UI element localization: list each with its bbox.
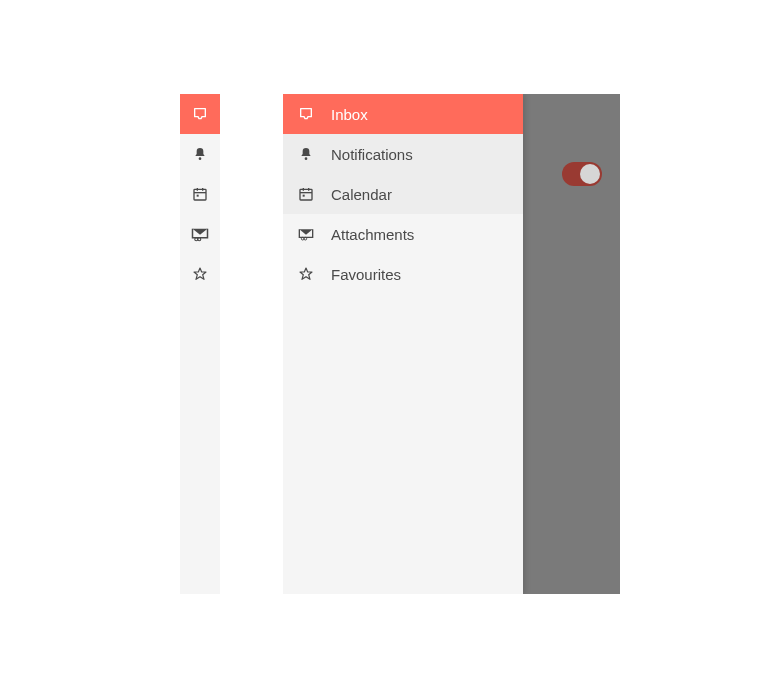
- calendar-icon: [298, 186, 314, 202]
- expanded-sidebar: Inbox Notifications Calendar Attachments: [283, 94, 523, 594]
- svg-point-15: [304, 237, 307, 240]
- content-area: Inbox Notifications Calendar Attachments: [283, 94, 620, 594]
- star-icon: [298, 266, 314, 282]
- sidebar-item-label: Notifications: [331, 146, 413, 163]
- rail-item-notifications[interactable]: [180, 134, 220, 174]
- rail-item-attachments[interactable]: [180, 214, 220, 254]
- sidebar-item-label: Favourites: [331, 266, 401, 283]
- sidebar-item-label: Attachments: [331, 226, 414, 243]
- svg-rect-5: [197, 195, 199, 197]
- svg-rect-13: [303, 195, 305, 197]
- sidebar-item-notifications[interactable]: Notifications: [283, 134, 523, 174]
- inbox-icon: [192, 106, 208, 122]
- star-icon: [192, 266, 208, 282]
- svg-rect-1: [194, 189, 206, 200]
- sidebar-toggle[interactable]: [562, 162, 602, 186]
- attachments-icon: [298, 226, 314, 242]
- rail-item-calendar[interactable]: [180, 174, 220, 214]
- calendar-icon: [192, 186, 208, 202]
- inbox-icon: [298, 106, 314, 122]
- sidebar-item-label: Calendar: [331, 186, 392, 203]
- svg-point-8: [305, 157, 308, 160]
- collapsed-sidebar: [180, 94, 220, 594]
- toggle-knob: [580, 164, 600, 184]
- svg-point-7: [198, 238, 201, 241]
- sidebar-item-label: Inbox: [331, 106, 368, 123]
- bell-icon: [298, 146, 314, 162]
- attachments-icon: [191, 225, 209, 243]
- sidebar-item-favourites[interactable]: Favourites: [283, 254, 523, 294]
- sidebar-item-inbox[interactable]: Inbox: [283, 94, 523, 134]
- svg-point-0: [199, 157, 202, 160]
- sidebar-item-attachments[interactable]: Attachments: [283, 214, 523, 254]
- bell-icon: [192, 146, 208, 162]
- app-stage: Inbox Notifications Calendar Attachments: [180, 94, 620, 594]
- svg-rect-9: [300, 189, 312, 200]
- rail-item-inbox[interactable]: [180, 94, 220, 134]
- sidebar-item-calendar[interactable]: Calendar: [283, 174, 523, 214]
- rail-item-favourites[interactable]: [180, 254, 220, 294]
